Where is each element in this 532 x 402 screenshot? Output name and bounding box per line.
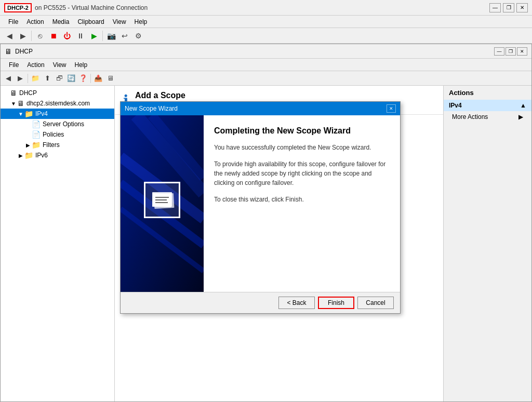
dhcp-content: 🖥 DHCP ▼ 🖥 dhcp2.sistemdesk.com ▼ 📁 IPv4 [1,86,531,401]
dhcp-title-text: DHCP [15,48,494,55]
dhcp-tb-export[interactable]: 📤 [92,73,104,84]
dhcp-restore-button[interactable]: ❐ [506,47,516,56]
tree-label-server: dhcp2.sistemdesk.com [26,100,90,107]
vm-minimize-button[interactable]: — [489,3,501,12]
dhcp-titlebar: 🖥 DHCP — ❐ ✕ [1,44,531,59]
dhcp-window-controls: — ❐ ✕ [494,47,527,56]
wizard-finish-button[interactable]: Finish [318,297,354,309]
vm-tb-ctrl-alt-del[interactable]: ⎋ [34,30,46,42]
dhcp-window: 🖥 DHCP — ❐ ✕ File Action View Help ◀ ▶ 📁… [0,44,532,402]
dhcp-tb-up[interactable]: ⬆ [42,73,53,84]
policies-icon: 📄 [32,130,41,139]
actions-header: Actions [444,86,531,100]
vm-tb-settings[interactable]: ⚙ [132,30,144,42]
dhcp-toolbar: ◀ ▶ 📁 ⬆ 🗗 🔄 ❓ 📤 🖥 [1,71,531,86]
actions-section-ipv4-arrow: ▲ [520,102,526,109]
vm-menu-clipboard[interactable]: Clipboard [73,17,108,26]
tree-arrow-ipv4: ▼ [17,111,24,117]
wizard-text3: To close this wizard, click Finish. [214,195,390,204]
tree-label-ipv6: IPv6 [35,152,48,159]
wizard-close-button[interactable]: ✕ [387,104,396,113]
server-icon: 🖥 [17,99,24,108]
vm-toolbar: ◀ ▶ ⎋ ⏹ ⏻ ⏸ ▶ 📷 ↩ ⚙ [0,28,532,44]
tree-label-ipv4: IPv4 [35,110,48,117]
tree-item-server-options[interactable]: 📄 Server Options [1,119,114,129]
tree-label-server-options: Server Options [43,120,84,128]
dhcp-tb-sep2 [90,74,91,83]
ipv6-icon: 📁 [24,151,33,159]
tree-label-dhcp: DHCP [19,89,37,97]
vm-tb-sep2 [102,31,103,41]
wizard-heading: Completing the New Scope Wizard [214,126,390,137]
tree-label-policies: Policies [43,131,64,138]
dhcp-close-button[interactable]: ✕ [517,47,527,56]
tree-label-filters: Filters [43,141,60,149]
vm-menu-file[interactable]: File [4,17,22,26]
main-panel: ℹ Add a Scope A scope is a range of IP a… [115,86,443,401]
vm-tb-sep1 [31,31,32,41]
actions-more-actions[interactable]: More Actions ▶ [444,111,531,123]
dhcp-tb-show-hide[interactable]: 📁 [30,73,41,84]
dhcp-menu-file[interactable]: File [5,60,23,70]
tree-arrow-filters: ▶ [24,142,32,148]
dhcp-tb-new-window[interactable]: 🗗 [54,73,65,84]
wizard-main: Completing the New Scope Wizard You have… [121,115,400,292]
dhcp-minimize-button[interactable]: — [494,47,504,56]
vm-close-button[interactable]: ✕ [516,3,528,12]
dhcp-menu-action[interactable]: Action [23,60,48,70]
vm-title-tag: DHCP-2 [4,3,32,12]
tree-item-ipv6[interactable]: ▶ 📁 IPv6 [1,150,114,160]
vm-window: DHCP-2 on PC5525 - Virtual Machine Conne… [0,0,532,402]
wizard-right-panel: Completing the New Scope Wizard You have… [204,115,400,292]
actions-panel: Actions IPv4 ▲ More Actions ▶ [443,86,531,401]
wizard-titlebar: New Scope Wizard ✕ [121,102,400,115]
wizard-cancel-button[interactable]: Cancel [357,297,394,309]
vm-tb-stop[interactable]: ⏹ [47,30,60,42]
tree-item-ipv4[interactable]: ▼ 📁 IPv4 [1,109,114,119]
wizard-folder-icon [144,182,180,218]
vm-tb-pause[interactable]: ⏸ [74,30,87,42]
vm-restore-button[interactable]: ❐ [503,3,514,12]
actions-more-actions-label: More Actions [452,113,488,120]
vm-menubar: File Action Media Clipboard View Help [0,16,532,28]
vm-titlebar: DHCP-2 on PC5525 - Virtual Machine Conne… [0,0,532,16]
dhcp-tb-help[interactable]: ❓ [77,73,89,84]
dhcp-root-icon: 🖥 [10,89,17,97]
tree-item-policies[interactable]: 📄 Policies [1,129,114,140]
dhcp-tb-forward[interactable]: ▶ [15,73,26,84]
wizard-back-button[interactable]: < Back [278,297,315,309]
vm-tb-play[interactable]: ▶ [88,30,100,42]
ipv4-icon: 📁 [24,110,33,118]
vm-menu-media[interactable]: Media [48,17,74,26]
vm-tb-forward[interactable]: ▶ [17,30,29,42]
vm-menu-action[interactable]: Action [22,17,48,26]
dhcp-menu-help[interactable]: Help [71,60,92,70]
tree-item-dhcp[interactable]: 🖥 DHCP [1,88,114,98]
dhcp-tb-back[interactable]: ◀ [3,73,14,84]
tree-item-filters[interactable]: ▶ 📁 Filters [1,140,114,150]
vm-tb-back[interactable]: ◀ [3,30,16,42]
actions-section-ipv4[interactable]: IPv4 ▲ [444,100,531,111]
tree-arrow-server: ▼ [10,101,17,106]
dhcp-tb-sep1 [28,74,28,83]
vm-menu-help[interactable]: Help [130,17,152,26]
dhcp-title-icon: 🖥 [5,47,12,56]
dhcp-tb-refresh[interactable]: 🔄 [65,73,77,84]
dhcp-menubar: File Action View Help [1,59,531,71]
vm-tb-revert[interactable]: ↩ [118,30,131,42]
server-options-icon: 📄 [32,120,41,128]
wizard-title-text: New Scope Wizard [125,105,387,112]
dhcp-menu-view[interactable]: View [49,60,71,70]
filters-icon: 📁 [32,141,41,149]
scope-header-title: Add a Scope [135,91,350,100]
wizard-text2: To provide high availability for this sc… [214,159,390,187]
vm-tb-snapshot[interactable]: 📷 [105,30,117,42]
vm-menu-view[interactable]: View [109,17,130,26]
actions-more-actions-arrow: ▶ [518,113,523,120]
dhcp-tb-monitor[interactable]: 🖥 [104,73,116,84]
tree-item-server[interactable]: ▼ 🖥 dhcp2.sistemdesk.com [1,98,114,109]
wizard-footer: < Back Finish Cancel [121,292,400,313]
wizard-dialog: New Scope Wizard ✕ [120,101,401,314]
vm-tb-power[interactable]: ⏻ [61,30,73,42]
wizard-text1: You have successfully completed the New … [214,143,390,152]
